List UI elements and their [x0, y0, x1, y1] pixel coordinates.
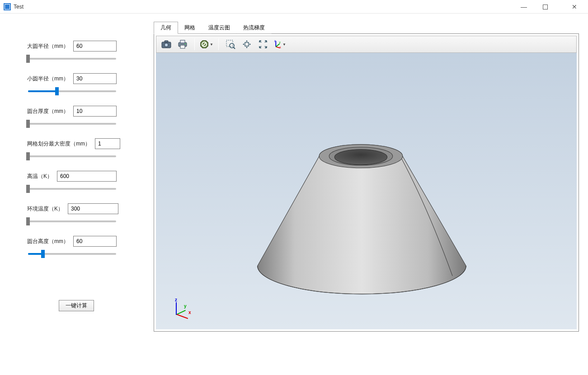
- param-label: 圆台厚度（mm）: [27, 108, 69, 115]
- height-input[interactable]: [73, 236, 117, 247]
- svg-line-19: [276, 44, 279, 47]
- tab-bar: 几何 网格 温度云图 热流梯度: [154, 22, 579, 34]
- param-mesh-density: 网格划分最大密度（mm）: [27, 138, 140, 157]
- large-radius-slider[interactable]: [28, 58, 116, 60]
- svg-text:x: x: [280, 46, 282, 49]
- viewer-toolbar: ▼: [156, 36, 577, 53]
- calculate-button[interactable]: 一键计算: [59, 300, 94, 311]
- pan-icon[interactable]: [240, 38, 254, 51]
- viewer-frame: ▼: [154, 33, 579, 332]
- ambient-temp-input[interactable]: [68, 203, 118, 214]
- zoom-window-icon[interactable]: [223, 38, 238, 51]
- tab-temp-contour[interactable]: 温度云图: [202, 22, 237, 34]
- svg-point-7: [185, 43, 186, 44]
- svg-rect-5: [180, 40, 185, 43]
- param-label: 高温（K）: [27, 173, 52, 180]
- mesh-density-input[interactable]: [95, 138, 120, 149]
- param-large-radius: 大圆半径（mm）: [27, 41, 140, 60]
- tab-mesh[interactable]: 网格: [178, 22, 202, 34]
- param-high-temp: 高温（K）: [27, 171, 140, 190]
- param-ambient-temp: 环境温度（K）: [27, 203, 140, 222]
- thickness-slider[interactable]: [28, 123, 116, 125]
- thickness-input[interactable]: [73, 106, 117, 117]
- main-content: 大圆半径（mm） 小圆半径（mm） 圆台厚度（mm）: [0, 14, 588, 375]
- param-label: 网格划分最大密度（mm）: [27, 140, 90, 148]
- close-button[interactable]: [568, 3, 581, 10]
- axis-x-label: x: [188, 310, 191, 315]
- axis-y-label: y: [184, 304, 187, 309]
- tab-heat-flux[interactable]: 热流梯度: [236, 22, 272, 34]
- axis-z-line: [176, 302, 177, 315]
- toolbar-separator: [218, 38, 219, 50]
- svg-point-23: [334, 150, 387, 165]
- svg-rect-14: [245, 42, 249, 46]
- small-radius-input[interactable]: [73, 73, 117, 84]
- param-height: 圆台高度（mm）: [27, 236, 140, 255]
- printer-icon[interactable]: [175, 38, 190, 51]
- svg-rect-1: [165, 41, 168, 42]
- mesh-density-slider[interactable]: [28, 155, 116, 157]
- param-label: 小圆半径（mm）: [27, 75, 69, 83]
- tab-geometry[interactable]: 几何: [154, 22, 178, 34]
- height-slider[interactable]: [28, 253, 116, 255]
- svg-text:z: z: [274, 39, 276, 42]
- minimize-button[interactable]: [517, 3, 530, 10]
- maximize-button[interactable]: [543, 3, 555, 10]
- svg-line-13: [234, 47, 235, 49]
- parameter-panel: 大圆半径（mm） 小圆半径（mm） 圆台厚度（mm）: [0, 14, 154, 375]
- svg-text:y: y: [279, 41, 281, 44]
- viewport-3d[interactable]: z y x: [156, 53, 577, 329]
- param-label: 大圆半径（mm）: [27, 42, 69, 50]
- high-temp-slider[interactable]: [28, 188, 116, 190]
- title-bar: Test: [0, 0, 588, 14]
- svg-point-3: [165, 44, 167, 46]
- svg-rect-6: [180, 45, 185, 48]
- app-icon: [4, 3, 11, 10]
- stop-sign-icon[interactable]: ▼: [199, 38, 214, 51]
- axis-z-label: z: [175, 297, 177, 302]
- viewer-panel: 几何 网格 温度云图 热流梯度 ▼: [154, 14, 588, 375]
- ambient-temp-slider[interactable]: [28, 220, 116, 222]
- large-radius-input[interactable]: [73, 41, 117, 52]
- window-controls: [517, 3, 584, 10]
- param-label: 环境温度（K）: [27, 205, 63, 213]
- zoom-extents-icon[interactable]: [256, 38, 270, 51]
- camera-icon[interactable]: [159, 38, 174, 51]
- axis-indicator: z y x: [174, 292, 199, 318]
- param-small-radius: 小圆半径（mm）: [27, 73, 140, 92]
- window-title: Test: [14, 4, 24, 10]
- toolbar-separator: [194, 38, 195, 50]
- geometry-render: [156, 53, 577, 329]
- axis-icon[interactable]: z x y ▼: [272, 38, 287, 51]
- small-radius-slider[interactable]: [28, 90, 116, 92]
- param-thickness: 圆台厚度（mm）: [27, 106, 140, 125]
- high-temp-input[interactable]: [57, 171, 117, 182]
- param-label: 圆台高度（mm）: [27, 238, 69, 245]
